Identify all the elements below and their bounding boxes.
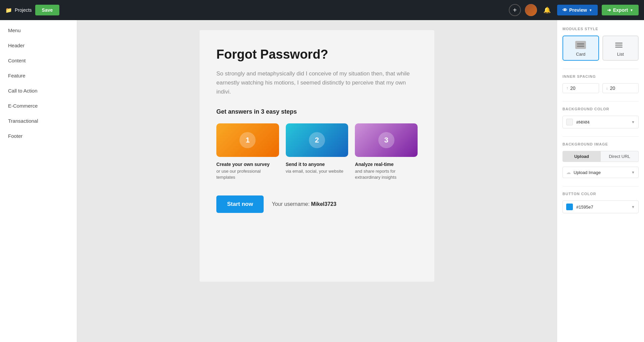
card-icon-line2 [577, 46, 584, 47]
step-number-2: 2 [315, 136, 319, 145]
bg-image-tabs: Upload Direct URL [562, 151, 639, 162]
list-option[interactable]: List [602, 36, 639, 61]
upload-tab[interactable]: Upload [562, 151, 601, 162]
step-circle-1: 1 [239, 132, 256, 148]
topnav: 📁 Projects Save + 🔔 👁 Preview ▼ ➜ Export… [0, 0, 644, 20]
sidebar-item-ecommerce[interactable]: E-Commerce [0, 98, 77, 113]
topnav-right: + 🔔 👁 Preview ▼ ➜ Export ▼ [509, 4, 639, 16]
list-icon-line1 [615, 43, 623, 44]
spacing-row: ↑ 20 ↓ 20 [562, 83, 639, 93]
bg-color-swatch [566, 119, 573, 125]
projects-button[interactable]: 📁 Projects [5, 7, 32, 13]
step-number-1: 1 [246, 136, 250, 145]
preview-caret-icon: ▼ [589, 8, 592, 12]
step-desc-1: or use our professional templates [216, 168, 279, 180]
sidebar: Menu Header Content Feature Call to Acti… [0, 20, 77, 342]
card-icon-line1 [577, 43, 584, 45]
step-card-3: 3 Analyze real-time and share reports fo… [355, 123, 418, 180]
upload-image-text: Upload Image [574, 170, 629, 175]
btn-color-swatch [566, 204, 573, 210]
main-layout: Menu Header Content Feature Call to Acti… [0, 20, 644, 342]
step-card-2: 2 Send it to anyone via email, social, y… [286, 123, 348, 180]
btn-color-caret-icon: ▼ [631, 205, 635, 209]
steps-grid: 1 Create your own survey or use our prof… [216, 123, 418, 180]
bg-image-section: Background Image Upload Direct URL ☁ Upl… [562, 142, 639, 178]
list-option-label: List [617, 52, 624, 57]
up-arrow-icon: ↑ [566, 86, 568, 91]
bg-image-heading: Background Image [562, 142, 639, 146]
sidebar-item-footer[interactable]: Footer [0, 128, 77, 144]
btn-color-section: Button Color #1595e7 ▼ [562, 192, 639, 213]
sidebar-item-feature[interactable]: Feature [0, 68, 77, 83]
arrow-icon: ➜ [607, 7, 611, 13]
canvas-card: Forgot Password? So strongly and metaphy… [200, 30, 434, 282]
step-image-3: 3 [355, 123, 418, 157]
step-image-2: 2 [286, 123, 348, 157]
cta-row: Start now Your username: Mikel3723 [216, 195, 418, 213]
divider-3 [562, 136, 639, 137]
bg-color-picker[interactable]: #f4f4f4 ▼ [562, 116, 639, 128]
btn-color-heading: Button Color [562, 192, 639, 196]
username-display: Your username: Mikel3723 [272, 201, 336, 207]
spacing-top-group[interactable]: ↑ 20 [562, 83, 599, 93]
divider-2 [562, 101, 639, 102]
sidebar-item-menu[interactable]: Menu [0, 23, 77, 38]
sidebar-item-transactional[interactable]: Transactional [0, 113, 77, 128]
step-title-3: Analyze real-time [355, 162, 418, 167]
divider-1 [562, 69, 639, 69]
divider-4 [562, 186, 639, 186]
down-arrow-icon: ↓ [606, 86, 608, 91]
bg-color-hex: #f4f4f4 [576, 120, 628, 125]
step-title-1: Create your own survey [216, 162, 279, 167]
add-button[interactable]: + [509, 4, 521, 16]
notification-button[interactable]: 🔔 [541, 4, 553, 16]
export-button[interactable]: ➜ Export ▼ [602, 5, 639, 15]
username-label: Your username: [272, 201, 309, 207]
step-circle-2: 2 [309, 132, 325, 148]
spacing-bottom-group[interactable]: ↓ 20 [602, 83, 639, 93]
avatar[interactable] [525, 4, 537, 16]
step-desc-3: and share reports for extraordinary insi… [355, 168, 418, 180]
canvas-title: Forgot Password? [216, 47, 418, 62]
direct-url-tab[interactable]: Direct URL [601, 151, 639, 162]
right-panel: Modules Style Card List Inner Spacin [557, 20, 644, 342]
preview-label: Preview [569, 7, 587, 13]
spacing-bottom-value: 20 [610, 86, 615, 91]
card-option[interactable]: Card [562, 36, 599, 61]
list-icon-line3 [615, 47, 623, 48]
projects-label: Projects [15, 7, 32, 13]
upload-image-row[interactable]: ☁ Upload Image ▼ [562, 167, 639, 178]
upload-caret-icon: ▼ [631, 170, 635, 174]
step-number-3: 3 [384, 136, 388, 145]
module-style-row: Card List [562, 36, 639, 61]
bg-color-heading: Background Color [562, 107, 639, 111]
step-card-1: 1 Create your own survey or use our prof… [216, 123, 279, 180]
preview-button[interactable]: 👁 Preview ▼ [557, 5, 598, 15]
list-icon-line2 [615, 45, 623, 46]
topnav-left: 📁 Projects Save [5, 5, 59, 15]
steps-heading: Get answers in 3 easy steps [216, 108, 418, 115]
inner-spacing-heading: Inner Spacing [562, 74, 639, 78]
export-caret-icon: ▼ [630, 8, 633, 12]
card-option-icon [575, 41, 586, 49]
sidebar-item-content[interactable]: Content [0, 53, 77, 68]
canvas-description: So strongly and metaphysically did I con… [216, 69, 418, 97]
bg-color-caret-icon: ▼ [631, 120, 635, 124]
start-now-button[interactable]: Start now [216, 195, 264, 213]
list-option-icon [615, 41, 626, 49]
inner-spacing-section: Inner Spacing ↑ 20 ↓ 20 [562, 74, 639, 93]
step-image-1: 1 [216, 123, 279, 157]
eye-icon: 👁 [562, 7, 567, 13]
avatar-image [525, 4, 537, 16]
spacing-top-value: 20 [570, 86, 576, 91]
sidebar-item-cta[interactable]: Call to Action [0, 83, 77, 98]
folder-icon: 📁 [5, 7, 12, 13]
btn-color-hex: #1595e7 [576, 205, 628, 210]
sidebar-item-header[interactable]: Header [0, 38, 77, 53]
btn-color-picker[interactable]: #1595e7 ▼ [562, 201, 639, 213]
card-option-label: Card [576, 52, 585, 57]
step-circle-3: 3 [378, 132, 394, 148]
bg-color-section: Background Color #f4f4f4 ▼ [562, 107, 639, 128]
step-desc-2: via email, social, your website [286, 168, 348, 174]
save-button[interactable]: Save [35, 5, 60, 15]
